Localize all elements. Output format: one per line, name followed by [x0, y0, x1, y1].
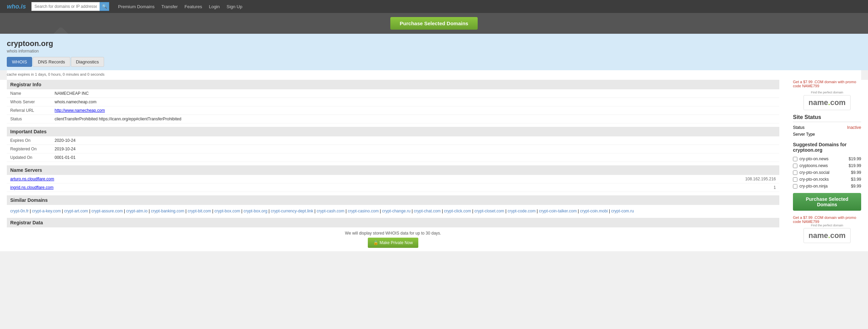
similar-domain-link[interactable]: crypt-box.org: [244, 209, 267, 213]
suggested-checkbox-1[interactable]: [793, 164, 797, 168]
similar-domain-link[interactable]: crypt-art.com: [64, 209, 88, 213]
name-com-logo-top: Find the perfect domain name.com: [793, 91, 861, 110]
similar-domain-link[interactable]: crypt-currency-dept.link: [271, 209, 314, 213]
similar-domain-link[interactable]: crypt-change.ru: [382, 209, 410, 213]
nav-transfer[interactable]: Transfer: [161, 4, 178, 9]
nav-login[interactable]: Login: [209, 4, 220, 9]
nav-signup[interactable]: Sign Up: [227, 4, 242, 9]
field-value: 0001-01-01: [51, 153, 779, 162]
domain-name: cryptoon.org: [7, 39, 861, 48]
registrar-info-table: Name NAMECHEAP INC Whois Server whois.na…: [7, 89, 779, 123]
suggested-domain-item-3: cry-pto-on.rocks $3.99: [793, 176, 861, 183]
field-value: http://www.namecheap.com: [51, 106, 779, 115]
table-row: Status clientTransferProhibited https://…: [7, 115, 779, 123]
tab-dns-records[interactable]: DNS Records: [33, 57, 70, 67]
table-row: Expires On 2020-10-24: [7, 136, 779, 145]
suggested-checkbox-3[interactable]: [793, 177, 797, 182]
domain-subtitle: whois information: [7, 49, 861, 54]
similar-domain-link[interactable]: crypt-code.com: [508, 209, 536, 213]
ns-link-2[interactable]: ingrid.ns.cloudflare.com: [10, 185, 54, 190]
tab-diagnostics[interactable]: Diagnostics: [71, 57, 104, 67]
field-label: Status: [7, 115, 51, 123]
name-com-logo-box-bottom: name.com: [804, 228, 851, 243]
similar-domain-link[interactable]: crypt-coin-talker.com: [539, 209, 577, 213]
server-type-row: Server Type: [793, 131, 861, 138]
site-header: who.is 🔍 Premium Domains Transfer Featur…: [0, 0, 868, 13]
server-type-label: Server Type: [793, 132, 815, 137]
purchase-banner-button[interactable]: Purchase Selected Domains: [390, 17, 478, 30]
name-servers-table: arturo.ns.cloudflare.com 108.162.195.216…: [7, 175, 779, 192]
ad-link-top[interactable]: Get a $7.99 .COM domain with promo code …: [793, 80, 856, 88]
name-com-tagline-top: Find the perfect domain: [793, 91, 861, 94]
nav-features[interactable]: Features: [185, 4, 202, 9]
site-logo: who.is: [7, 3, 26, 10]
similar-domain-link[interactable]: crypt-atm.io: [126, 209, 148, 213]
site-status-row: Status Inactive: [793, 124, 861, 131]
tab-whois[interactable]: WHOIS: [7, 57, 32, 67]
similar-domain-link[interactable]: crypt-a-key.com: [32, 209, 61, 213]
similar-domain-link[interactable]: crypt-banking.com: [151, 209, 184, 213]
suggested-domain-price-0: $19.99: [849, 156, 861, 161]
field-value: 2019-10-24: [51, 145, 779, 153]
table-row: arturo.ns.cloudflare.com 108.162.195.216: [7, 175, 779, 183]
ns-ip: 1: [451, 183, 779, 192]
ns-name: arturo.ns.cloudflare.com: [7, 175, 451, 183]
suggested-domains-title: Suggested Domains for cryptoon.org: [793, 142, 861, 153]
similar-domain-link[interactable]: crypt-closet.com: [474, 209, 504, 213]
nav-premium-domains[interactable]: Premium Domains: [118, 4, 155, 9]
registrar-info-header: Registrar Info: [7, 80, 779, 89]
ns-ip: 108.162.195.216: [451, 175, 779, 183]
logo-text: who.is: [7, 3, 26, 10]
status-value: Inactive: [847, 125, 861, 130]
name-servers-header: Name Servers: [7, 165, 779, 175]
similar-domains-header: Similar Domains: [7, 195, 779, 205]
field-label: Name: [7, 89, 51, 98]
name-com-logo-bottom: Find the perfect domain name.com: [793, 224, 861, 243]
registrar-data-content: We will display stored WHOIS data for up…: [7, 227, 779, 251]
suggested-domain-item-0: cry-pto-on.news $19.99: [793, 155, 861, 162]
field-value: clientTransferProhibited https://icann.o…: [51, 115, 779, 123]
site-status-title: Site Status: [793, 114, 861, 122]
search-button[interactable]: 🔍: [100, 2, 109, 11]
suggested-domain-name-1: cryptoons.news: [799, 163, 847, 168]
suggested-domain-name-2: cry-pto-on.social: [799, 170, 849, 175]
ad-banner-bottom: Get a $7.99 .COM domain with promo code …: [793, 215, 861, 224]
suggested-checkbox-4[interactable]: [793, 184, 797, 189]
domain-header: cryptoon.org whois information: [0, 34, 868, 57]
similar-domain-link[interactable]: crypt-coin.mobi: [580, 209, 608, 213]
status-label: Status: [793, 125, 805, 130]
suggested-domain-name-0: cry-pto-on.news: [799, 156, 847, 161]
suggested-checkbox-2[interactable]: [793, 170, 797, 175]
suggested-domains-section: Suggested Domains for cryptoon.org cry-p…: [793, 142, 861, 211]
similar-domain-link[interactable]: crypt-click.com: [444, 209, 471, 213]
similar-domain-link[interactable]: crypt-0n.fr: [10, 209, 29, 213]
suggested-domain-item-4: cry-pto-on.ninja $9.99: [793, 183, 861, 190]
purchase-banner: Purchase Selected Domains: [0, 13, 868, 34]
suggested-domain-price-4: $9.99: [851, 184, 861, 189]
similar-domain-link[interactable]: crypt-bit.com: [188, 209, 211, 213]
important-dates-table: Expires On 2020-10-24 Registered On 2019…: [7, 136, 779, 162]
suggested-domain-name-4: cry-pto-on.ninja: [799, 184, 849, 189]
similar-domain-link[interactable]: crypt-box.com: [215, 209, 240, 213]
important-dates-header: Important Dates: [7, 127, 779, 136]
field-label: Registered On: [7, 145, 51, 153]
table-row: Registered On 2019-10-24: [7, 145, 779, 153]
suggested-checkbox-0[interactable]: [793, 157, 797, 161]
search-input[interactable]: [31, 2, 100, 11]
similar-domain-link[interactable]: crypt-assure.com: [91, 209, 123, 213]
similar-domains-content: crypt-0n.fr | crypt-a-key.com | crypt-ar…: [7, 205, 779, 218]
similar-domain-link[interactable]: crypt-com.ru: [611, 209, 634, 213]
make-private-button[interactable]: 🔒 Make Private Now: [368, 238, 418, 248]
search-bar: 🔍: [31, 2, 109, 11]
similar-domain-link[interactable]: crypt-cash.com: [317, 209, 344, 213]
referral-url-link[interactable]: http://www.namecheap.com: [55, 108, 105, 113]
table-row: Updated On 0001-01-01: [7, 153, 779, 162]
purchase-selected-button[interactable]: Purchase Selected Domains: [793, 193, 861, 211]
similar-domain-link[interactable]: crypt-casino.com: [348, 209, 379, 213]
table-row: Name NAMECHEAP INC: [7, 89, 779, 98]
similar-domain-link[interactable]: crypt-chat.com: [414, 209, 441, 213]
ns-link[interactable]: arturo.ns.cloudflare.com: [10, 177, 54, 181]
ad-link-bottom[interactable]: Get a $7.99 .COM domain with promo code …: [793, 215, 856, 224]
field-label: Referral URL: [7, 106, 51, 115]
suggested-domain-price-1: $19.99: [849, 163, 861, 168]
